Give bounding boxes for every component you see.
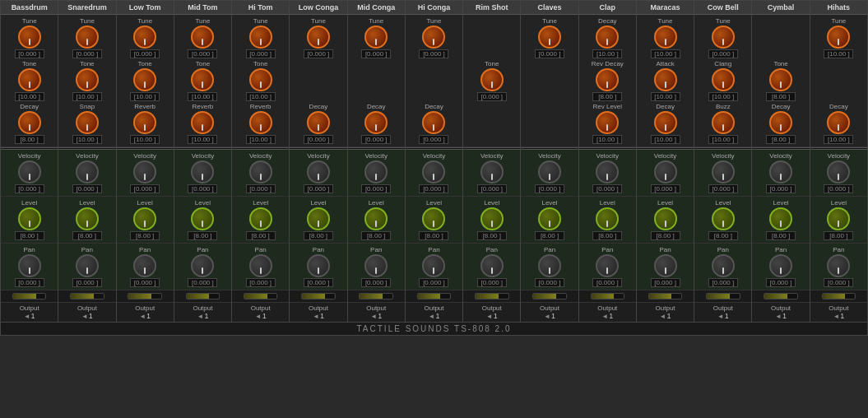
output-prev-button[interactable]: ◄ [370, 313, 377, 320]
knob[interactable] [191, 254, 214, 277]
knob[interactable] [364, 26, 388, 49]
output-prev-button[interactable]: ◄ [717, 313, 724, 320]
output-prev-button[interactable]: ◄ [544, 313, 550, 320]
knob[interactable] [249, 160, 272, 183]
knob[interactable] [133, 68, 156, 91]
output-prev-button[interactable]: ◄ [833, 313, 839, 320]
knob[interactable] [191, 207, 214, 230]
fader-bar[interactable] [301, 293, 336, 300]
fader-bar[interactable] [591, 293, 625, 300]
knob[interactable] [480, 68, 504, 91]
knob[interactable] [133, 254, 156, 277]
knob[interactable] [191, 68, 214, 91]
knob[interactable] [712, 160, 735, 183]
knob[interactable] [596, 207, 619, 230]
knob[interactable] [191, 111, 214, 134]
knob[interactable] [769, 111, 792, 134]
knob[interactable] [191, 160, 214, 183]
knob[interactable] [827, 111, 850, 134]
knob[interactable] [422, 111, 445, 134]
fader-bar[interactable] [475, 293, 509, 300]
knob[interactable] [307, 111, 330, 134]
knob[interactable] [538, 254, 561, 277]
output-prev-button[interactable]: ◄ [429, 313, 435, 320]
knob[interactable] [827, 207, 850, 230]
knob[interactable] [422, 254, 445, 277]
knob[interactable] [596, 68, 619, 91]
knob[interactable] [133, 26, 156, 49]
output-prev-button[interactable]: ◄ [601, 313, 608, 320]
fader-bar[interactable] [822, 293, 856, 300]
knob[interactable] [654, 160, 677, 183]
knob[interactable] [133, 160, 156, 183]
knob[interactable] [364, 160, 388, 183]
fader-bar[interactable] [648, 293, 683, 300]
fader-bar[interactable] [764, 293, 798, 300]
knob[interactable] [827, 26, 850, 49]
knob[interactable] [76, 26, 99, 49]
knob[interactable] [538, 26, 561, 49]
output-prev-button[interactable]: ◄ [197, 313, 203, 320]
knob[interactable] [307, 207, 330, 230]
fader-bar[interactable] [359, 293, 393, 300]
knob[interactable] [769, 254, 792, 277]
knob[interactable] [18, 160, 41, 183]
output-prev-button[interactable]: ◄ [660, 313, 666, 320]
knob[interactable] [76, 68, 99, 91]
output-prev-button[interactable]: ◄ [139, 313, 146, 320]
knob[interactable] [654, 111, 677, 134]
fader-bar[interactable] [532, 293, 567, 300]
output-prev-button[interactable]: ◄ [24, 313, 30, 320]
knob[interactable] [364, 207, 388, 230]
knob[interactable] [249, 68, 272, 91]
knob[interactable] [307, 26, 330, 49]
knob[interactable] [480, 254, 504, 277]
knob[interactable] [18, 207, 41, 230]
knob[interactable] [480, 207, 504, 230]
knob[interactable] [712, 111, 735, 134]
knob[interactable] [133, 111, 156, 134]
fader-bar[interactable] [417, 293, 452, 300]
knob[interactable] [249, 111, 272, 134]
knob[interactable] [249, 254, 272, 277]
output-prev-button[interactable]: ◄ [775, 313, 782, 320]
knob[interactable] [18, 254, 41, 277]
knob[interactable] [76, 111, 99, 134]
knob[interactable] [712, 207, 735, 230]
knob[interactable] [191, 26, 214, 49]
fader-bar[interactable] [70, 293, 104, 300]
knob[interactable] [538, 160, 561, 183]
knob[interactable] [364, 254, 388, 277]
output-prev-button[interactable]: ◄ [486, 313, 493, 320]
knob[interactable] [712, 254, 735, 277]
knob[interactable] [712, 68, 735, 91]
knob[interactable] [133, 207, 156, 230]
knob[interactable] [596, 111, 619, 134]
knob[interactable] [422, 26, 445, 49]
knob[interactable] [18, 68, 41, 91]
knob[interactable] [654, 26, 677, 49]
knob[interactable] [18, 26, 41, 49]
knob[interactable] [827, 160, 850, 183]
knob[interactable] [76, 254, 99, 277]
knob[interactable] [364, 111, 388, 134]
knob[interactable] [769, 68, 792, 91]
knob[interactable] [712, 26, 735, 49]
output-prev-button[interactable]: ◄ [255, 313, 262, 320]
knob[interactable] [76, 160, 99, 183]
knob[interactable] [769, 207, 792, 230]
knob[interactable] [769, 160, 792, 183]
knob[interactable] [307, 160, 330, 183]
knob[interactable] [596, 254, 619, 277]
knob[interactable] [654, 207, 677, 230]
knob[interactable] [827, 254, 850, 277]
knob[interactable] [76, 207, 99, 230]
knob[interactable] [249, 26, 272, 49]
knob[interactable] [596, 26, 619, 49]
output-prev-button[interactable]: ◄ [313, 313, 319, 320]
knob[interactable] [538, 207, 561, 230]
knob[interactable] [654, 68, 677, 91]
fader-bar[interactable] [12, 293, 47, 300]
knob[interactable] [307, 254, 330, 277]
knob[interactable] [596, 160, 619, 183]
